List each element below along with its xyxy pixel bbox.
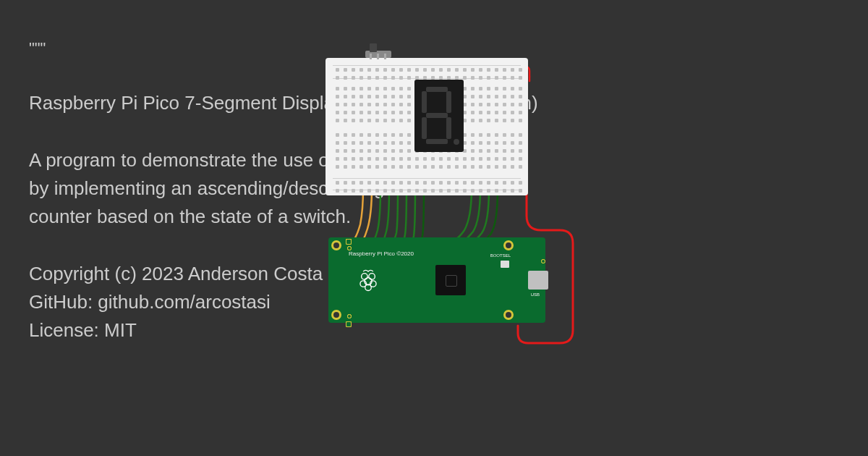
slide-switch — [365, 46, 391, 58]
raspberry-pi-pico: Raspberry Pi Pico ©2020 BOOTSEL USB — [328, 237, 545, 323]
svg-point-3 — [369, 274, 375, 280]
raspberry-pi-logo-icon — [356, 268, 380, 292]
circuit-diagram: Raspberry Pi Pico ©2020 BOOTSEL USB — [311, 43, 622, 347]
bootsel-button — [501, 261, 509, 268]
usb-port-icon — [528, 271, 548, 290]
seven-segment-display — [414, 80, 464, 152]
pico-board-label2: Raspberry Pi Pico ©2020 — [349, 250, 414, 257]
usb-label: USB — [531, 292, 540, 297]
bootsel-label: BOOTSEL — [490, 253, 511, 258]
svg-point-2 — [362, 274, 368, 280]
rp2040-chip-icon — [435, 265, 466, 295]
